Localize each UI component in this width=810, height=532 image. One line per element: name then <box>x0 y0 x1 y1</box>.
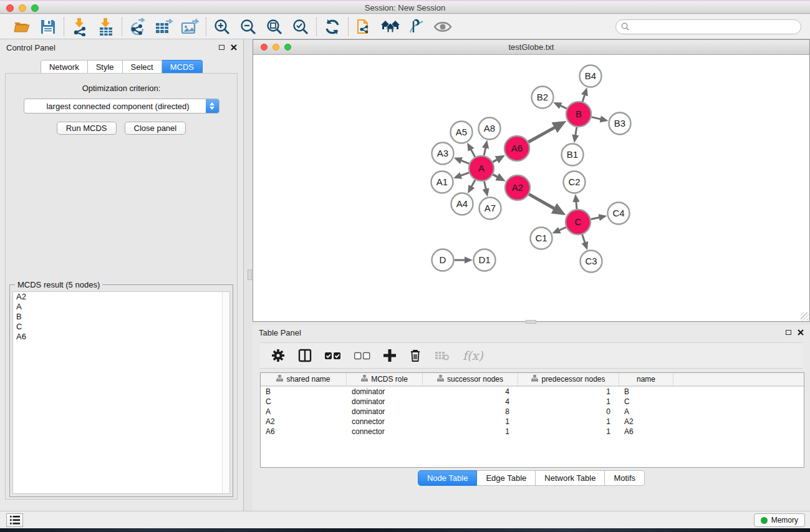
save-session-icon[interactable] <box>38 17 58 37</box>
close-panel-icon[interactable] <box>231 44 237 51</box>
table-row[interactable]: Cdominator41C <box>261 397 804 407</box>
mcds-result-list[interactable]: A2ABCA6 <box>12 291 230 494</box>
network-window-titlebar[interactable]: testGlobe.txt <box>253 40 809 55</box>
export-table-icon[interactable] <box>154 17 174 37</box>
node-A5[interactable]: A5 <box>451 122 473 143</box>
zoom-out-icon[interactable] <box>238 17 258 37</box>
show-columns-icon[interactable] <box>298 349 312 362</box>
column-header-successor-nodes[interactable]: successor nodes <box>423 373 518 385</box>
import-network-icon[interactable] <box>70 17 90 37</box>
graphics-details-icon[interactable] <box>407 17 427 37</box>
tab-network-table[interactable]: Network Table <box>536 470 605 486</box>
node-C1[interactable]: C1 <box>531 228 552 249</box>
import-table-icon[interactable] <box>96 17 116 37</box>
tab-style[interactable]: Style <box>88 60 123 74</box>
node-B[interactable]: B <box>566 102 591 127</box>
edge-C-C1[interactable] <box>559 227 566 230</box>
zoom-fit-icon[interactable] <box>264 17 284 37</box>
add-column-icon[interactable] <box>383 349 396 362</box>
column-header-MCDS-role[interactable]: MCDS role <box>347 373 423 385</box>
mcds-result-item[interactable]: A2 <box>13 292 229 302</box>
column-header-predecessor-nodes[interactable]: predecessor nodes <box>518 373 619 385</box>
function-builder-icon[interactable]: f(x) <box>463 349 483 362</box>
node-C2[interactable]: C2 <box>564 172 586 193</box>
edge-B-B4[interactable] <box>582 95 585 102</box>
edge-A6-B[interactable] <box>528 127 555 142</box>
delete-column-icon[interactable] <box>409 349 422 362</box>
node-B2[interactable]: B2 <box>532 87 554 109</box>
task-history-button[interactable] <box>6 513 23 527</box>
edge-A-A6[interactable] <box>493 160 498 162</box>
column-header-name[interactable]: name <box>619 373 673 385</box>
home-icon[interactable] <box>380 17 400 37</box>
node-A1[interactable]: A1 <box>432 172 453 193</box>
edge-A-A4[interactable] <box>471 180 475 186</box>
split-divider-vertical[interactable] <box>248 269 252 280</box>
close-table-panel-icon[interactable] <box>798 329 804 336</box>
tab-motifs[interactable]: Motifs <box>605 470 645 486</box>
mcds-result-item[interactable]: C <box>13 322 229 332</box>
zoom-in-icon[interactable] <box>212 17 232 37</box>
search-input[interactable] <box>632 22 796 31</box>
node-A4[interactable]: A4 <box>451 193 473 215</box>
select-all-icon[interactable] <box>325 352 341 360</box>
mcds-result-item[interactable]: B <box>13 312 229 322</box>
tab-node-table[interactable]: Node Table <box>418 470 478 486</box>
apply-layout-icon[interactable] <box>322 17 342 37</box>
zoom-selected-icon[interactable] <box>291 17 311 37</box>
export-image-icon[interactable] <box>180 17 200 37</box>
split-divider-horizontal[interactable] <box>526 320 536 324</box>
tab-network[interactable]: Network <box>41 60 88 74</box>
edge-A-A7[interactable] <box>484 181 486 190</box>
mcds-list-scrollbar[interactable] <box>222 292 229 493</box>
close-panel-button[interactable]: Close panel <box>125 122 186 135</box>
node-B3[interactable]: B3 <box>609 113 631 135</box>
node-table[interactable]: shared nameMCDS rolesuccessor nodesprede… <box>260 372 804 468</box>
node-B4[interactable]: B4 <box>580 65 602 87</box>
edge-C-C2[interactable] <box>576 201 577 209</box>
edge-C-C3[interactable] <box>582 235 586 243</box>
show-hide-icon[interactable] <box>433 17 453 37</box>
node-A[interactable]: A <box>469 156 494 181</box>
node-A8[interactable]: A8 <box>479 118 501 140</box>
deselect-all-icon[interactable] <box>354 352 370 360</box>
tab-mcds[interactable]: MCDS <box>162 60 203 74</box>
node-C3[interactable]: C3 <box>581 251 602 273</box>
edge-A-A1[interactable] <box>460 173 469 176</box>
memory-button[interactable]: Memory <box>754 513 805 527</box>
node-A7[interactable]: A7 <box>480 198 501 220</box>
edge-A-A5[interactable] <box>471 149 475 157</box>
table-settings-gear-icon[interactable] <box>271 349 285 362</box>
node-A2[interactable]: A2 <box>505 175 530 200</box>
table-row[interactable]: A2connector11A2 <box>261 417 804 427</box>
float-table-panel-icon[interactable] <box>786 330 791 335</box>
edge-B-B2[interactable] <box>560 105 567 109</box>
edge-B-B3[interactable] <box>591 117 600 119</box>
mcds-result-item[interactable]: A6 <box>13 332 229 342</box>
node-D[interactable]: D <box>432 249 454 271</box>
float-panel-icon[interactable] <box>219 45 224 50</box>
resize-grip-icon[interactable] <box>801 312 809 321</box>
edge-A2-C[interactable] <box>529 194 555 209</box>
column-header-shared-name[interactable]: shared name <box>261 373 347 385</box>
mcds-result-item[interactable]: A <box>13 302 229 312</box>
node-A6[interactable]: A6 <box>504 136 529 161</box>
edge-B-B1[interactable] <box>576 127 577 136</box>
edge-A-A3[interactable] <box>461 160 470 163</box>
node-C[interactable]: C <box>566 210 591 235</box>
node-C4[interactable]: C4 <box>608 203 630 225</box>
open-file-icon[interactable] <box>12 17 32 37</box>
edge-A-A8[interactable] <box>484 147 486 155</box>
node-D1[interactable]: D1 <box>474 249 496 271</box>
tab-edge-table[interactable]: Edge Table <box>477 470 536 486</box>
network-from-file-icon[interactable] <box>354 17 374 37</box>
tab-select[interactable]: Select <box>123 60 162 74</box>
table-row[interactable]: A6connector11A6 <box>261 427 804 437</box>
network-canvas[interactable]: B4B2BB3A5A8A6A3B1AA1C2A2A4A7C4CC1DD1C3 <box>253 55 809 321</box>
criterion-dropdown[interactable]: largest connected component (directed) <box>24 99 219 114</box>
run-mcds-button[interactable]: Run MCDS <box>57 122 117 135</box>
node-A3[interactable]: A3 <box>432 143 454 165</box>
node-B1[interactable]: B1 <box>562 144 584 166</box>
table-row[interactable]: Bdominator41B <box>261 387 804 397</box>
edge-A-A2[interactable] <box>493 175 498 177</box>
